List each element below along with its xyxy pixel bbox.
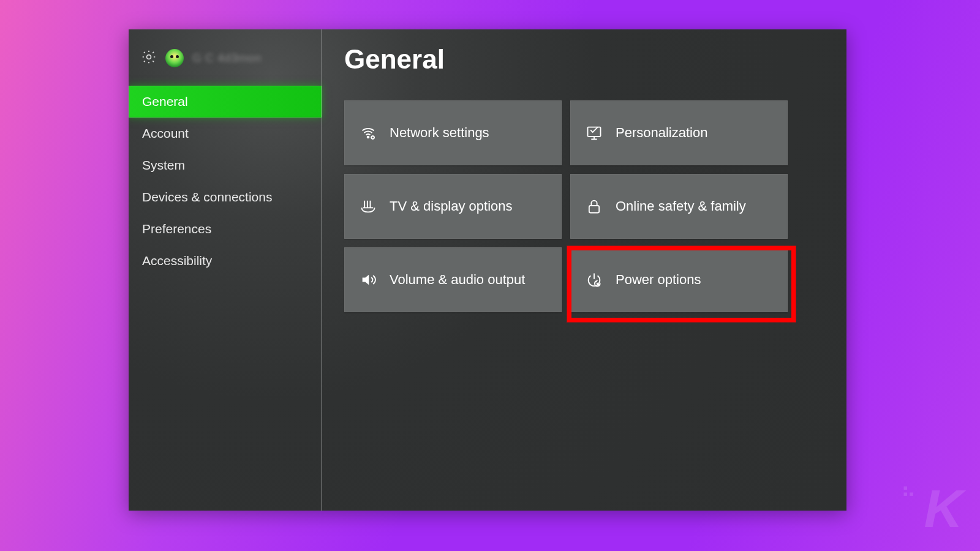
gamertag-blurred: G C 4d3mon xyxy=(192,51,262,65)
lock-icon xyxy=(585,197,603,216)
sidebar-item-label: Devices & connections xyxy=(142,190,272,204)
watermark: ▪▪ ▪ K xyxy=(924,478,962,540)
main-panel: General Network settings Personalization… xyxy=(322,29,846,511)
watermark-letter: K xyxy=(924,478,962,539)
sidebar-item-label: Preferences xyxy=(142,222,211,236)
sidebar-item-preferences[interactable]: Preferences xyxy=(129,213,322,245)
sidebar-item-accessibility[interactable]: Accessibility xyxy=(129,245,322,277)
sidebar-item-label: General xyxy=(142,94,188,108)
sidebar-item-account[interactable]: Account xyxy=(129,118,322,149)
tile-label: Power options xyxy=(616,272,701,288)
svg-point-2 xyxy=(371,136,374,139)
svg-point-0 xyxy=(147,55,151,59)
tile-tv-display-options[interactable]: TV & display options xyxy=(344,174,562,239)
sidebar-item-label: System xyxy=(142,158,185,172)
sidebar-item-label: Accessibility xyxy=(142,253,212,268)
tile-label: Network settings xyxy=(390,125,489,141)
tile-power-options[interactable]: Power options xyxy=(570,247,788,312)
sidebar-nav: General Account System Devices & connect… xyxy=(129,86,322,277)
tile-label: Online safety & family xyxy=(616,198,746,214)
sidebar: G C 4d3mon General Account System Device… xyxy=(129,29,322,511)
sidebar-item-devices-connections[interactable]: Devices & connections xyxy=(129,181,322,213)
power-icon xyxy=(585,271,603,289)
svg-rect-4 xyxy=(589,206,599,213)
sidebar-item-label: Account xyxy=(142,126,189,140)
gear-icon[interactable] xyxy=(141,49,157,67)
tv-display-icon xyxy=(359,197,377,216)
svg-point-1 xyxy=(368,137,369,138)
tile-label: Personalization xyxy=(616,125,707,141)
tile-label: TV & display options xyxy=(390,198,513,214)
tile-personalization[interactable]: Personalization xyxy=(570,100,788,165)
page-title: General xyxy=(344,44,824,75)
personalization-icon xyxy=(585,124,603,142)
sidebar-item-general[interactable]: General xyxy=(129,86,322,118)
sidebar-header: G C 4d3mon xyxy=(129,43,322,86)
settings-screen: G C 4d3mon General Account System Device… xyxy=(129,29,846,511)
sidebar-item-system[interactable]: System xyxy=(129,149,322,181)
volume-icon xyxy=(359,271,377,289)
tile-online-safety-family[interactable]: Online safety & family xyxy=(570,174,788,239)
tile-volume-audio-output[interactable]: Volume & audio output xyxy=(344,247,562,312)
avatar[interactable] xyxy=(165,49,184,67)
tile-label: Volume & audio output xyxy=(390,272,525,288)
tile-grid: Network settings Personalization TV & di… xyxy=(344,100,824,312)
tile-network-settings[interactable]: Network settings xyxy=(344,100,562,165)
svg-rect-3 xyxy=(588,127,601,137)
network-icon xyxy=(359,124,377,142)
